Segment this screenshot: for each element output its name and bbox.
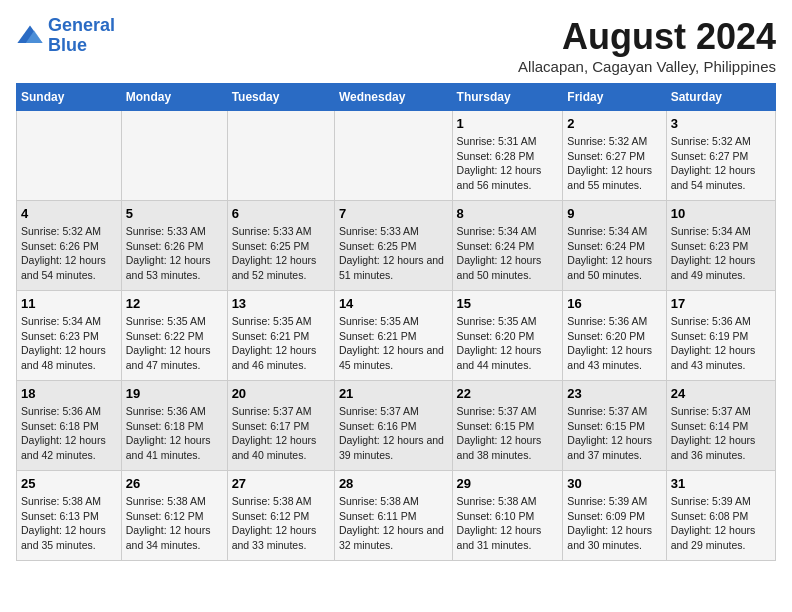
- day-number: 23: [567, 386, 661, 401]
- cell-5-4: 28 Sunrise: 5:38 AMSunset: 6:11 PMDaylig…: [334, 471, 452, 561]
- day-info: Sunrise: 5:34 AMSunset: 6:23 PMDaylight:…: [21, 315, 106, 371]
- col-sunday: Sunday: [17, 84, 122, 111]
- week-row-2: 4 Sunrise: 5:32 AMSunset: 6:26 PMDayligh…: [17, 201, 776, 291]
- cell-2-2: 5 Sunrise: 5:33 AMSunset: 6:26 PMDayligh…: [121, 201, 227, 291]
- day-info: Sunrise: 5:35 AMSunset: 6:20 PMDaylight:…: [457, 315, 542, 371]
- cell-3-5: 15 Sunrise: 5:35 AMSunset: 6:20 PMDaylig…: [452, 291, 563, 381]
- day-info: Sunrise: 5:34 AMSunset: 6:24 PMDaylight:…: [567, 225, 652, 281]
- cell-2-4: 7 Sunrise: 5:33 AMSunset: 6:25 PMDayligh…: [334, 201, 452, 291]
- calendar-header: Sunday Monday Tuesday Wednesday Thursday…: [17, 84, 776, 111]
- subtitle: Allacapan, Cagayan Valley, Philippines: [518, 58, 776, 75]
- cell-4-1: 18 Sunrise: 5:36 AMSunset: 6:18 PMDaylig…: [17, 381, 122, 471]
- day-number: 11: [21, 296, 117, 311]
- week-row-1: 1 Sunrise: 5:31 AMSunset: 6:28 PMDayligh…: [17, 111, 776, 201]
- logo-text: General Blue: [48, 16, 115, 56]
- day-info: Sunrise: 5:35 AMSunset: 6:21 PMDaylight:…: [339, 315, 444, 371]
- cell-1-1: [17, 111, 122, 201]
- day-number: 20: [232, 386, 330, 401]
- day-info: Sunrise: 5:33 AMSunset: 6:26 PMDaylight:…: [126, 225, 211, 281]
- day-info: Sunrise: 5:32 AMSunset: 6:27 PMDaylight:…: [567, 135, 652, 191]
- day-number: 16: [567, 296, 661, 311]
- day-number: 4: [21, 206, 117, 221]
- day-info: Sunrise: 5:35 AMSunset: 6:21 PMDaylight:…: [232, 315, 317, 371]
- cell-4-7: 24 Sunrise: 5:37 AMSunset: 6:14 PMDaylig…: [666, 381, 775, 471]
- day-info: Sunrise: 5:33 AMSunset: 6:25 PMDaylight:…: [339, 225, 444, 281]
- day-info: Sunrise: 5:37 AMSunset: 6:16 PMDaylight:…: [339, 405, 444, 461]
- cell-2-7: 10 Sunrise: 5:34 AMSunset: 6:23 PMDaylig…: [666, 201, 775, 291]
- day-info: Sunrise: 5:32 AMSunset: 6:27 PMDaylight:…: [671, 135, 756, 191]
- day-info: Sunrise: 5:38 AMSunset: 6:12 PMDaylight:…: [232, 495, 317, 551]
- cell-1-6: 2 Sunrise: 5:32 AMSunset: 6:27 PMDayligh…: [563, 111, 666, 201]
- day-info: Sunrise: 5:35 AMSunset: 6:22 PMDaylight:…: [126, 315, 211, 371]
- logo-icon: [16, 22, 44, 50]
- main-title: August 2024: [518, 16, 776, 58]
- day-info: Sunrise: 5:38 AMSunset: 6:11 PMDaylight:…: [339, 495, 444, 551]
- day-number: 24: [671, 386, 771, 401]
- logo: General Blue: [16, 16, 115, 56]
- day-number: 28: [339, 476, 448, 491]
- day-number: 8: [457, 206, 559, 221]
- day-number: 17: [671, 296, 771, 311]
- day-info: Sunrise: 5:37 AMSunset: 6:15 PMDaylight:…: [567, 405, 652, 461]
- calendar-table: Sunday Monday Tuesday Wednesday Thursday…: [16, 83, 776, 561]
- day-info: Sunrise: 5:31 AMSunset: 6:28 PMDaylight:…: [457, 135, 542, 191]
- cell-5-2: 26 Sunrise: 5:38 AMSunset: 6:12 PMDaylig…: [121, 471, 227, 561]
- day-number: 2: [567, 116, 661, 131]
- day-number: 6: [232, 206, 330, 221]
- day-number: 31: [671, 476, 771, 491]
- day-info: Sunrise: 5:32 AMSunset: 6:26 PMDaylight:…: [21, 225, 106, 281]
- day-info: Sunrise: 5:36 AMSunset: 6:18 PMDaylight:…: [21, 405, 106, 461]
- day-number: 15: [457, 296, 559, 311]
- day-number: 29: [457, 476, 559, 491]
- day-number: 1: [457, 116, 559, 131]
- cell-3-1: 11 Sunrise: 5:34 AMSunset: 6:23 PMDaylig…: [17, 291, 122, 381]
- cell-4-5: 22 Sunrise: 5:37 AMSunset: 6:15 PMDaylig…: [452, 381, 563, 471]
- cell-2-1: 4 Sunrise: 5:32 AMSunset: 6:26 PMDayligh…: [17, 201, 122, 291]
- day-number: 18: [21, 386, 117, 401]
- cell-1-2: [121, 111, 227, 201]
- cell-2-6: 9 Sunrise: 5:34 AMSunset: 6:24 PMDayligh…: [563, 201, 666, 291]
- day-info: Sunrise: 5:37 AMSunset: 6:17 PMDaylight:…: [232, 405, 317, 461]
- day-info: Sunrise: 5:38 AMSunset: 6:12 PMDaylight:…: [126, 495, 211, 551]
- cell-5-5: 29 Sunrise: 5:38 AMSunset: 6:10 PMDaylig…: [452, 471, 563, 561]
- cell-2-3: 6 Sunrise: 5:33 AMSunset: 6:25 PMDayligh…: [227, 201, 334, 291]
- title-section: August 2024 Allacapan, Cagayan Valley, P…: [518, 16, 776, 75]
- cell-4-3: 20 Sunrise: 5:37 AMSunset: 6:17 PMDaylig…: [227, 381, 334, 471]
- day-number: 9: [567, 206, 661, 221]
- day-number: 14: [339, 296, 448, 311]
- col-thursday: Thursday: [452, 84, 563, 111]
- day-number: 3: [671, 116, 771, 131]
- day-number: 13: [232, 296, 330, 311]
- col-tuesday: Tuesday: [227, 84, 334, 111]
- day-info: Sunrise: 5:36 AMSunset: 6:20 PMDaylight:…: [567, 315, 652, 371]
- cell-1-4: [334, 111, 452, 201]
- day-number: 27: [232, 476, 330, 491]
- cell-3-3: 13 Sunrise: 5:35 AMSunset: 6:21 PMDaylig…: [227, 291, 334, 381]
- cell-1-5: 1 Sunrise: 5:31 AMSunset: 6:28 PMDayligh…: [452, 111, 563, 201]
- day-info: Sunrise: 5:38 AMSunset: 6:13 PMDaylight:…: [21, 495, 106, 551]
- cell-3-2: 12 Sunrise: 5:35 AMSunset: 6:22 PMDaylig…: [121, 291, 227, 381]
- cell-1-7: 3 Sunrise: 5:32 AMSunset: 6:27 PMDayligh…: [666, 111, 775, 201]
- week-row-3: 11 Sunrise: 5:34 AMSunset: 6:23 PMDaylig…: [17, 291, 776, 381]
- cell-3-4: 14 Sunrise: 5:35 AMSunset: 6:21 PMDaylig…: [334, 291, 452, 381]
- day-number: 10: [671, 206, 771, 221]
- day-number: 12: [126, 296, 223, 311]
- week-row-4: 18 Sunrise: 5:36 AMSunset: 6:18 PMDaylig…: [17, 381, 776, 471]
- cell-3-7: 17 Sunrise: 5:36 AMSunset: 6:19 PMDaylig…: [666, 291, 775, 381]
- cell-5-6: 30 Sunrise: 5:39 AMSunset: 6:09 PMDaylig…: [563, 471, 666, 561]
- col-friday: Friday: [563, 84, 666, 111]
- cell-4-2: 19 Sunrise: 5:36 AMSunset: 6:18 PMDaylig…: [121, 381, 227, 471]
- cell-5-3: 27 Sunrise: 5:38 AMSunset: 6:12 PMDaylig…: [227, 471, 334, 561]
- day-info: Sunrise: 5:34 AMSunset: 6:23 PMDaylight:…: [671, 225, 756, 281]
- day-number: 22: [457, 386, 559, 401]
- day-number: 5: [126, 206, 223, 221]
- col-wednesday: Wednesday: [334, 84, 452, 111]
- day-number: 19: [126, 386, 223, 401]
- week-row-5: 25 Sunrise: 5:38 AMSunset: 6:13 PMDaylig…: [17, 471, 776, 561]
- day-info: Sunrise: 5:39 AMSunset: 6:08 PMDaylight:…: [671, 495, 756, 551]
- calendar-body: 1 Sunrise: 5:31 AMSunset: 6:28 PMDayligh…: [17, 111, 776, 561]
- day-info: Sunrise: 5:37 AMSunset: 6:15 PMDaylight:…: [457, 405, 542, 461]
- day-info: Sunrise: 5:38 AMSunset: 6:10 PMDaylight:…: [457, 495, 542, 551]
- day-info: Sunrise: 5:36 AMSunset: 6:18 PMDaylight:…: [126, 405, 211, 461]
- cell-3-6: 16 Sunrise: 5:36 AMSunset: 6:20 PMDaylig…: [563, 291, 666, 381]
